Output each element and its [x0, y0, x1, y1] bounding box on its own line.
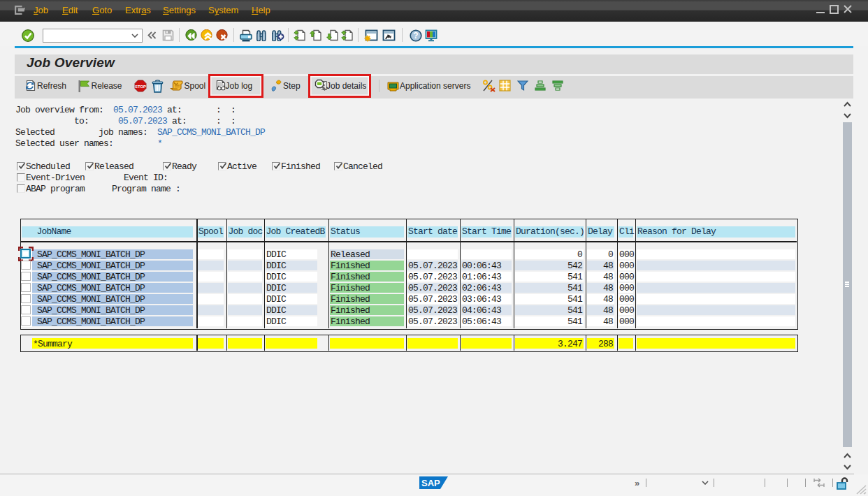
svg-text:?: ? [413, 31, 418, 41]
svg-text:STOP: STOP [135, 85, 146, 89]
svg-text:SAP: SAP [421, 478, 440, 488]
